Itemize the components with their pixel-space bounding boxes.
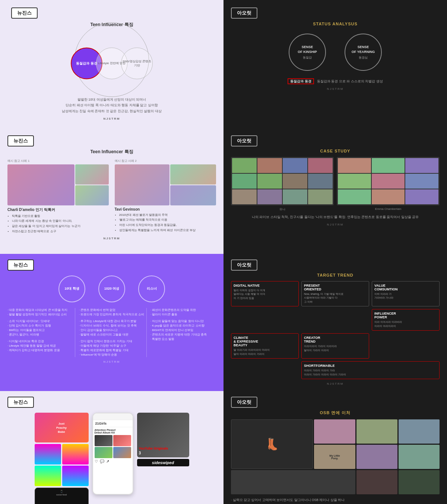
trend-influencer: INFLUENCERPOWER 이라 이어서라 이라바라이라이 어라이라이 xyxy=(372,309,440,331)
brand-badge-r1: 아오릿 xyxy=(231,7,257,19)
col-1: · 대중 문화의 해당과 시대상에 큰 비중을 차지· 팔팔 활발 성장하며 정… xyxy=(7,308,75,357)
brand-badge-r2: 아오릿 xyxy=(231,135,257,147)
case-captions: 유나 Emma Chamberlain xyxy=(231,207,440,211)
watermark-1: NJSTRM xyxy=(11,117,212,120)
left-collage: JustPeachyBabe 📱 social feed xyxy=(35,413,89,504)
panel-row4-right: 아오릿 OSB 면에 이처 👢 My LittlePony. xyxy=(224,391,447,504)
trend-climate: CLIMATE& EXPRESSIVEBEAUTY 달 이라기라 이라이라이 마… xyxy=(231,333,299,359)
osb-grid: 👢 My LittlePony. xyxy=(231,419,440,494)
trend-shortformable: SHORTFORMABLE 이라이 가라이 이라이 가라이라이 가라이 이라이 … xyxy=(301,361,440,379)
circle-yearning-status: SENSEOF YEARNING 동경심 xyxy=(345,34,382,71)
trend-creator: CREATORTREND 이라이라이 가라이 이라이라달아이 가라이 이라이 xyxy=(301,333,369,359)
brand-badge-r4: 아오릿 xyxy=(231,397,257,408)
case-photo-2 xyxy=(337,157,440,205)
case-photos xyxy=(231,157,440,205)
col-2: · 콘텐츠 문화에서 번역 없었· 트렌드에 가장 민감하며 흔하게 적극적으로… xyxy=(77,308,147,357)
example-2-name: Tavi Gevinson xyxy=(115,207,216,211)
status-circles: SENSEOF KINSHIP 동질감 SENSEOF YEARNING 동경심 xyxy=(231,34,440,71)
case-desc: 나의 파이브 스타일 척척, 친구사를 돌다는 '나의 브랜드'를 확장. 연후… xyxy=(231,214,440,220)
circle-kinship-label: 동질감과 동경 xyxy=(76,61,97,66)
brand-badge-4: 뉴진스 xyxy=(7,397,34,408)
col-3: · 패션이 문화콘텐츠의 도약을 위한· 팔라이 아이콘 출동 · 자신의 팔들… xyxy=(149,308,216,357)
brand-badge-2: 뉴진스 xyxy=(7,135,34,147)
panel-row1-left: 뉴진스 Teen Influencer 특징 동질감과 동경 Lifestyle… xyxy=(0,0,224,128)
case-photo-1 xyxy=(231,157,334,205)
example-2-label: 예시 참고 사례 2 xyxy=(115,159,216,163)
collage-container: JustPeachyBabe 📱 social feed xyxy=(7,413,216,504)
panel-row2-right: 아오릿 CASE STUDY xyxy=(224,128,447,254)
example-1-bullets: 틱톡을 기반으로 활동 나와 다른 세계에 사는 환상 속 인물이 아니라, 같… xyxy=(7,214,109,234)
panel1-desc: 팔팔한 10대 여성들에게 선망의 대상이 되며너 단순히 패션 아이템 쪽 아… xyxy=(11,97,212,114)
circle-listener: 리스너 xyxy=(138,275,165,302)
trend-present: PRESENTORIENTED Now, sharing, 더 기발 매일 먹이… xyxy=(301,281,369,307)
highlight-kinship: 동질감과 동경 xyxy=(288,78,314,84)
panel-row4-left: 뉴진스 JustPeachyBabe 📱 social feed xyxy=(0,391,224,504)
watermark-2: NJSTRM xyxy=(7,237,216,240)
watermark-r2: NJSTRM xyxy=(231,223,440,226)
example-1-label: 예시 참고 사례 1 xyxy=(7,159,109,163)
example-2-bullets: 2010년대 패션 블로거 발돋움의 주역 '블로그'라는 매체를 적극적으로 … xyxy=(115,212,216,233)
brand-badge-3: 뉴진스 xyxy=(7,259,34,271)
circle-sns: SNS/영상감성 콘텐츠 기반 xyxy=(121,48,153,79)
circles-container: 동질감과 동경 Lifestyle 전반에 영향 SNS/영상감성 콘텐츠 기반 xyxy=(11,34,212,93)
panel2-title: Teen Influencer 특징 xyxy=(7,149,216,155)
trend-digital-native: DIGITAL NATIVE 밀리 이하의 성장이 다 이게달려다는 사용 채발… xyxy=(231,281,299,307)
watermark-3: NJSTRM xyxy=(7,360,216,363)
example-2: 예시 참고 사례 2 Tavi Gevinson 2010년대 패션 블로거 발… xyxy=(115,159,216,234)
panel-row1-right: 아오릿 STATUS ANALYSUS SENSEOF KINSHIP 동질감 … xyxy=(224,0,447,128)
status-desc-block: 동질감과 동경 동질감과 동경 으로 파 스스로의 차별감 생성 xyxy=(231,78,440,84)
case-study-title: CASE STUDY xyxy=(231,149,440,153)
osb-desc: · 실력으 갖고 싶어서 고매하며 보이면서도 달그아너니 OSB 제이나 상을… xyxy=(231,497,440,504)
example-1-photos xyxy=(7,164,109,205)
circle-teen: 10대 학생 xyxy=(58,275,85,302)
panel-row3-right: 아오릿 TARGET TREND DIGITAL NATIVE 밀리 이하의 성… xyxy=(224,254,447,391)
example-1-name: Charli D'amelio 인기 틱톡커 xyxy=(7,207,109,212)
brand-badge-1: 뉴진스 xyxy=(11,7,38,19)
osb-title: OSB 면에 이처 xyxy=(231,410,440,416)
panel-row3-left: 뉴진스 10대 학생 1020 여성 리스너 · 대중 문화의 해당과 시대상에… xyxy=(0,254,224,391)
trend-value: VALUECOMSUMTION 이하 이라라 가가라바라 가나라 xyxy=(372,281,440,307)
example-1: 예시 참고 사례 1 Charli D'amelio 인기 틱톡커 틱톡을 기반… xyxy=(7,159,109,234)
brand-badge-r3: 아오릿 xyxy=(231,259,257,271)
panel-row2-left: 뉴진스 Teen Influencer 특징 예시 참고 사례 1 Charli… xyxy=(0,128,224,254)
right-video: YouTube Originals 3 sideswiped xyxy=(137,413,189,466)
target-trend-title: TARGET TREND xyxy=(231,273,440,277)
audience-circles: 10대 학생 1020 여성 리스너 xyxy=(7,275,216,302)
examples-container: 예시 참고 사례 1 Charli D'amelio 인기 틱톡커 틱톡을 기반… xyxy=(7,159,216,234)
circle-1020: 1020 여성 xyxy=(98,275,125,302)
center-phone: 21Girls Attention Please!Debut Album Kit… xyxy=(92,413,133,495)
watermark-r1: NJSTRM xyxy=(231,87,440,91)
watermark-r3: NJSTRM xyxy=(231,382,440,385)
trend-grid: DIGITAL NATIVE 밀리 이하의 성장이 다 이게달려다는 사용 채발… xyxy=(231,281,440,379)
example-2-photos xyxy=(115,164,216,205)
circle-kinship-status: SENSEOF KINSHIP 동질감 xyxy=(289,34,326,71)
audience-content: · 대중 문화의 해당과 시대상에 큰 비중을 차지· 팔팔 활발 성장하며 정… xyxy=(7,308,216,357)
status-title: STATUS ANALYSUS xyxy=(231,22,440,26)
circle-sns-label: SNS/영상감성 콘텐츠 기반 xyxy=(121,60,152,67)
